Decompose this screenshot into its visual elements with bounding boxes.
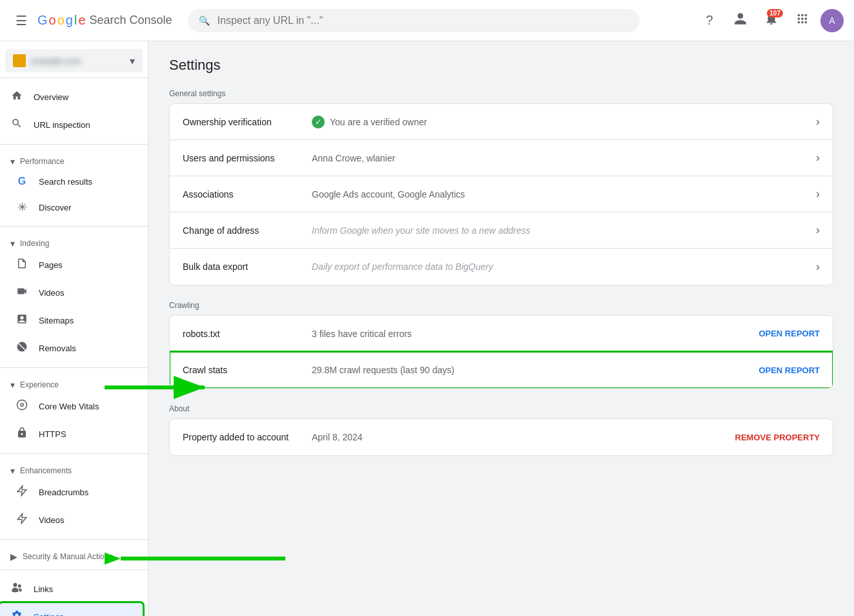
divider-2 [0,226,148,227]
enhancements-subsection: Breadcrumbs Videos [0,478,148,534]
url-inspect-icon [10,118,23,132]
robots-txt-value: 3 files have critical errors [312,329,758,339]
sidebar-item-settings[interactable]: Settings [0,603,143,616]
sitemaps-label: Sitemaps [39,316,74,325]
overview-label: Overview [34,92,68,102]
security-chevron-icon: ▶ [10,551,17,562]
crawling-section-label: Crawling [169,301,833,310]
divider-1 [0,144,148,145]
change-of-address-row[interactable]: Change of address Inform Google when you… [170,212,833,249]
property-added-row: Property added to account April 8, 2024 … [170,419,833,455]
svg-marker-5 [17,514,26,524]
change-address-chevron-icon: › [816,223,820,237]
robots-txt-title: robots.txt [183,329,312,339]
associations-value: Google Ads account, Google Analytics [312,189,816,200]
sitemaps-icon [15,313,28,328]
sidebar-item-sitemaps[interactable]: Sitemaps [5,307,143,334]
performance-section-label: Performance [20,157,65,166]
account-manage-button[interactable] [727,8,753,34]
sidebar-item-search-results[interactable]: G Search results [5,169,143,194]
google-logo: Google Search Console [37,13,172,28]
remove-property-button[interactable]: REMOVE PROPERTY [735,433,820,442]
core-web-vitals-label: Core Web Vitals [39,402,99,411]
avatar[interactable]: A [820,9,844,32]
help-button[interactable]: ? [696,8,722,34]
sidebar-item-breadcrumbs[interactable]: Breadcrumbs [5,478,143,506]
sidebar-item-removals[interactable]: Removals [5,334,143,362]
discover-label: Discover [39,203,72,212]
sidebar-item-videos-enh[interactable]: Videos [5,506,143,534]
associations-row[interactable]: Associations Google Ads account, Google … [170,176,833,212]
enhancements-section-header[interactable]: ▾ Enhancements [0,459,148,478]
property-added-value: April 8, 2024 [312,432,735,442]
experience-section-header[interactable]: ▾ Experience [0,373,148,393]
account-circle-icon [733,12,747,29]
security-section-label: Security & Manual Actions [23,552,112,561]
apps-icon [795,12,809,29]
topbar-right: ? 107 A [696,8,844,34]
performance-chevron-icon: ▾ [10,156,15,167]
svg-point-3 [21,404,24,407]
sidebar-item-links[interactable]: Links [0,575,143,603]
videos-label: Videos [39,288,65,298]
hamburger-menu-button[interactable]: ☰ [10,8,32,34]
robots-txt-open-report-button[interactable]: OPEN REPORT [758,329,820,338]
property-selector[interactable]: example.com ▾ [5,49,143,72]
pages-label: Pages [39,260,63,270]
sidebar-item-discover[interactable]: ✳ Discover [5,194,143,221]
sidebar-item-videos[interactable]: Videos [5,279,143,307]
enhancements-section-label: Enhancements [20,466,72,475]
bulk-export-chevron-icon: › [816,260,820,274]
search-icon: 🔍 [199,15,210,26]
crawl-stats-open-report-button[interactable]: OPEN REPORT [758,365,820,375]
users-permissions-row[interactable]: Users and permissions Anna Crowe, wlanie… [170,140,833,176]
apps-button[interactable] [789,8,815,34]
associations-title: Associations [183,189,312,200]
sidebar-item-url-inspection[interactable]: URL inspection [0,111,143,139]
associations-chevron-icon: › [816,187,820,201]
app-title: Search Console [90,14,172,27]
logo-l: l [74,13,77,28]
svg-point-2 [17,400,27,410]
robots-txt-row[interactable]: robots.txt 3 files have critical errors … [170,316,833,352]
bulk-export-value: Daily export of performance data to BigQ… [312,262,816,272]
sidebar-item-overview[interactable]: Overview [0,83,143,111]
videos-enh-icon [15,513,28,528]
sidebar-item-core-web-vitals[interactable]: Core Web Vitals [5,393,143,420]
experience-chevron-icon: ▾ [10,380,15,390]
svg-marker-4 [17,486,26,496]
videos-enh-label: Videos [39,515,65,525]
experience-subsection: Core Web Vitals HTTPS [0,393,148,448]
page-title: Settings [169,57,833,74]
property-chevron-icon: ▾ [130,55,135,67]
links-label: Links [34,584,53,594]
core-web-vitals-icon [15,399,28,414]
home-icon [10,90,23,105]
removals-icon [15,341,28,356]
experience-section-label: Experience [20,380,59,389]
ownership-verification-row[interactable]: Ownership verification ✓ You are a verif… [170,104,833,140]
property-icon [13,54,26,67]
indexing-subsection: Pages Videos Sitemaps Removals [0,251,148,362]
performance-section-header[interactable]: ▾ Performance [0,150,148,169]
search-bar[interactable]: 🔍 [188,9,640,32]
general-section-label: General settings [169,89,833,98]
search-results-label: Search results [39,177,92,187]
sidebar: example.com ▾ Overview URL inspection ▾ … [0,41,148,616]
logo-o2: o [57,13,65,28]
sidebar-item-https[interactable]: HTTPS [5,420,143,448]
https-icon [15,427,28,442]
topbar-left: ☰ Google Search Console [10,8,172,34]
about-section-label: About [169,404,833,413]
security-section-header[interactable]: ▶ Security & Manual Actions [0,545,148,564]
notifications-button[interactable]: 107 [758,8,784,34]
indexing-section-header[interactable]: ▾ Indexing [0,232,148,251]
bulk-data-export-row[interactable]: Bulk data export Daily export of perform… [170,249,833,285]
discover-icon: ✳ [15,200,28,214]
property-added-title: Property added to account [183,432,312,442]
users-value: Anna Crowe, wlanier [312,153,816,163]
crawl-stats-row[interactable]: Crawl stats 29.8M crawl requests (last 9… [170,352,833,388]
sidebar-item-pages[interactable]: Pages [5,251,143,279]
performance-subsection: G Search results ✳ Discover [0,169,148,221]
search-input[interactable] [218,15,629,26]
